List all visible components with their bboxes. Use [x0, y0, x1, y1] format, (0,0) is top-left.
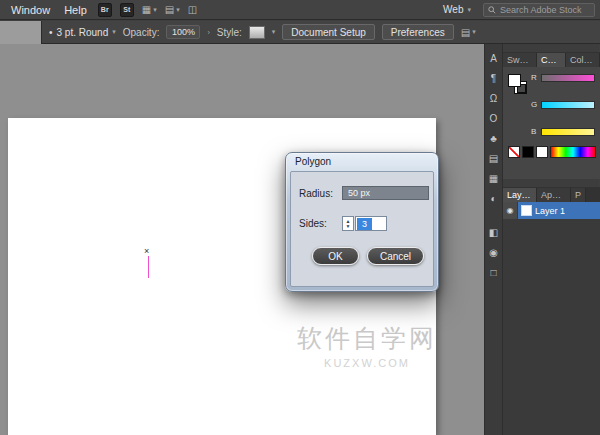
drawn-path-segment[interactable]	[148, 256, 149, 278]
swatches-panel-icon[interactable]: □	[490, 267, 496, 278]
sides-selected-value: 3	[357, 218, 372, 230]
stepper-down-icon[interactable]: ▼	[346, 224, 351, 229]
symbols-panel-icon[interactable]: ♣	[490, 133, 497, 144]
appearance-preview-swatch	[0, 21, 42, 44]
brush-dot-icon: •	[49, 27, 53, 38]
stroke-panel-icon[interactable]: ◉	[489, 247, 498, 258]
artboards-panel-icon[interactable]: ▤	[489, 153, 498, 164]
color-spectrum-bar[interactable]	[550, 146, 596, 158]
chevron-down-icon: ▾	[472, 28, 476, 36]
preferences-button[interactable]: Preferences	[382, 24, 454, 40]
layer-selection[interactable]: Layer 1	[518, 202, 600, 219]
none-swatch[interactable]	[508, 146, 520, 158]
stroke-style-dropdown[interactable]: • 3 pt. Round ▾	[49, 27, 116, 38]
workspace-switcher[interactable]: Web ▾	[443, 4, 475, 15]
appearance-panel-icon[interactable]: ◧	[489, 227, 498, 238]
sides-input[interactable]: 3	[355, 216, 387, 231]
visibility-eye-icon[interactable]: ◉	[503, 202, 518, 219]
panel-icon-strip: A ¶ Ω O ♣ ▤ ▦ ◐ ◧ ◉ □	[484, 44, 502, 435]
chevron-down-icon: ▾	[112, 28, 116, 36]
grid-icon: ▦	[142, 4, 151, 15]
tab-color[interactable]: Color	[537, 53, 566, 67]
panel-dock: Swatch Color Color G R G B	[502, 44, 599, 435]
style-label: Style:	[217, 27, 242, 38]
red-channel-row: R	[531, 73, 595, 82]
layers-panel-tabs: Layers Appearance P	[503, 187, 600, 202]
sides-stepper[interactable]: ▲ ▼	[342, 216, 354, 231]
black-swatch[interactable]	[522, 146, 534, 158]
color-panel-tabs: Swatch Color Color G	[503, 52, 600, 67]
radius-input[interactable]: 50 px	[342, 186, 429, 200]
search-input[interactable]: Search Adobe Stock	[483, 3, 595, 17]
pen-anchor-cross-icon: ×	[144, 246, 149, 256]
ok-button[interactable]: OK	[312, 247, 359, 265]
align-options-icon[interactable]: ▤ ▾	[461, 27, 476, 38]
menu-window[interactable]: Window	[8, 4, 53, 16]
green-channel-slider[interactable]	[541, 101, 595, 109]
blue-channel-slider[interactable]	[541, 128, 595, 136]
sides-label: Sides:	[299, 218, 327, 229]
watermark-domain: KUZXW.COM	[292, 357, 442, 369]
bridge-icon[interactable]: Br	[98, 3, 112, 17]
stock-icon[interactable]: St	[120, 3, 134, 17]
watermark: 软件自学网 KUZXW.COM	[292, 322, 442, 369]
blue-channel-label: B	[531, 127, 538, 136]
opacity-flyout-icon[interactable]: ›	[207, 29, 209, 36]
menubar: Window Help Br St ▦ ▾ ▤ ▾ ◫ Web ▾ Search…	[0, 0, 600, 20]
grid-icon: ▤	[165, 4, 174, 15]
chevron-down-icon: ▾	[467, 6, 471, 14]
opacity-input[interactable]: 100%	[166, 25, 200, 39]
color-panel: R G B	[503, 67, 600, 179]
screen-mode-icon[interactable]: ◫	[188, 4, 197, 15]
tab-properties[interactable]: P	[571, 188, 586, 202]
tab-appearance[interactable]: Appearance	[537, 188, 571, 202]
character-panel-icon[interactable]: A	[490, 53, 497, 64]
radius-label: Radius:	[299, 188, 333, 199]
fill-color-swatch[interactable]	[508, 74, 521, 87]
graph-panel-icon[interactable]: ▦	[489, 173, 498, 184]
document-layout-icon[interactable]: ▤ ▾	[165, 4, 180, 15]
green-channel-label: G	[531, 100, 538, 109]
cancel-button[interactable]: Cancel	[367, 247, 424, 265]
illustrator-window: Window Help Br St ▦ ▾ ▤ ▾ ◫ Web ▾ Search…	[0, 0, 600, 435]
opentype-panel-icon[interactable]: O	[490, 113, 498, 124]
arrange-documents-icon[interactable]: ▦ ▾	[142, 4, 157, 15]
gradient-panel-icon[interactable]: ◐	[490, 193, 496, 204]
white-swatch[interactable]	[536, 146, 548, 158]
grid-icon: ◫	[188, 4, 197, 15]
blue-channel-row: B	[531, 127, 595, 136]
style-swatch[interactable]	[249, 26, 265, 39]
search-placeholder: Search Adobe Stock	[500, 5, 582, 15]
polygon-dialog: Polygon Radius: 50 px Sides: ▲ ▼ 3 OK Ca…	[285, 152, 439, 292]
red-channel-label: R	[531, 73, 538, 82]
search-icon	[488, 6, 496, 14]
tab-layers[interactable]: Layers	[503, 188, 537, 202]
watermark-text: 软件自学网	[292, 322, 442, 355]
control-bar: • 3 pt. Round ▾ Opacity: 100% › Style: ▾…	[0, 21, 600, 44]
chevron-down-icon: ▾	[153, 6, 157, 14]
document-setup-button[interactable]: Document Setup	[282, 24, 375, 40]
red-channel-slider[interactable]	[541, 74, 595, 82]
layer-thumbnail	[521, 205, 532, 216]
opacity-label: Opacity:	[123, 27, 160, 38]
dialog-body: Radius: 50 px Sides: ▲ ▼ 3 OK Cancel	[290, 171, 434, 287]
grid-icon: ▤	[461, 27, 470, 38]
tab-color-guide[interactable]: Color G	[566, 53, 600, 67]
panel-empty-area	[503, 219, 600, 435]
layer-name: Layer 1	[535, 206, 565, 216]
workspace-label: Web	[443, 4, 463, 15]
quick-swatch-row	[508, 145, 596, 158]
chevron-down-icon: ▾	[176, 6, 180, 14]
tab-swatches[interactable]: Swatch	[503, 53, 537, 67]
chevron-down-icon[interactable]: ▾	[272, 28, 276, 36]
green-channel-row: G	[531, 100, 595, 109]
stroke-style-value: 3 pt. Round	[57, 27, 109, 38]
dialog-title[interactable]: Polygon	[286, 153, 438, 171]
menu-help[interactable]: Help	[61, 4, 90, 16]
glyphs-panel-icon[interactable]: Ω	[490, 93, 497, 104]
layer-row[interactable]: ◉ Layer 1	[503, 202, 600, 219]
paragraph-panel-icon[interactable]: ¶	[491, 73, 496, 84]
